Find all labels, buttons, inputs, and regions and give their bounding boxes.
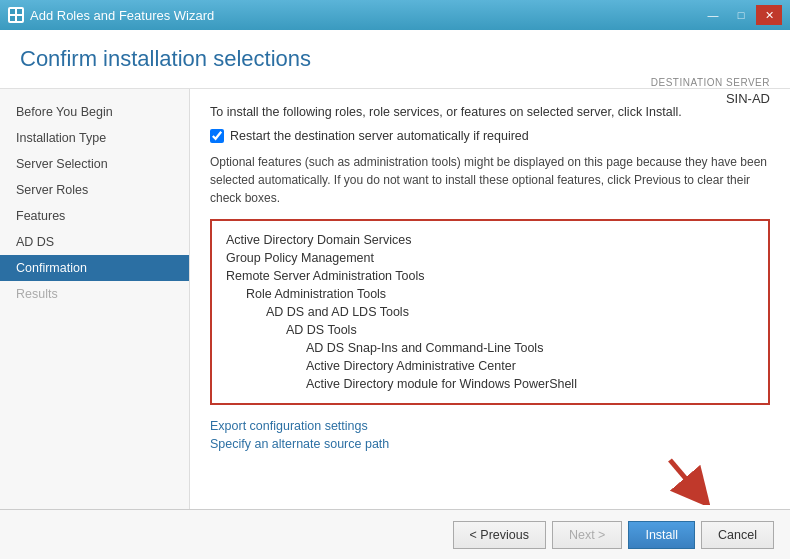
content-area: To install the following roles, role ser… — [190, 89, 790, 509]
previous-button[interactable]: < Previous — [453, 521, 546, 549]
svg-rect-1 — [17, 9, 22, 14]
feature-item: Active Directory Domain Services — [226, 231, 754, 249]
alternate-source-link[interactable]: Specify an alternate source path — [210, 437, 770, 451]
export-config-link[interactable]: Export configuration settings — [210, 419, 770, 433]
feature-item: Active Directory module for Windows Powe… — [226, 375, 754, 393]
feature-item: Remote Server Administration Tools — [226, 267, 754, 285]
install-button[interactable]: Install — [628, 521, 695, 549]
feature-item: AD DS Snap-Ins and Command-Line Tools — [226, 339, 754, 357]
feature-item: Group Policy Management — [226, 249, 754, 267]
feature-item: Active Directory Administrative Center — [226, 357, 754, 375]
window-title: Add Roles and Features Wizard — [30, 8, 214, 23]
minimize-button[interactable]: — — [700, 5, 726, 25]
sidebar-item-confirmation[interactable]: Confirmation — [0, 255, 189, 281]
cancel-button[interactable]: Cancel — [701, 521, 774, 549]
maximize-button[interactable]: □ — [728, 5, 754, 25]
window-controls: — □ ✕ — [700, 5, 782, 25]
install-arrow — [660, 455, 710, 505]
wizard-body: Before You BeginInstallation TypeServer … — [0, 89, 790, 509]
wizard-header: Confirm installation selections DESTINAT… — [0, 30, 790, 89]
sidebar-item-installation-type[interactable]: Installation Type — [0, 125, 189, 151]
svg-rect-2 — [10, 16, 15, 21]
sidebar-item-features[interactable]: Features — [0, 203, 189, 229]
wizard-footer: < Previous Next > Install Cancel — [0, 509, 790, 559]
links-section: Export configuration settings Specify an… — [210, 419, 770, 451]
title-bar: Add Roles and Features Wizard — □ ✕ — [0, 0, 790, 30]
restart-checkbox[interactable] — [210, 129, 224, 143]
feature-item: AD DS Tools — [226, 321, 754, 339]
svg-line-4 — [670, 460, 698, 493]
content-description: To install the following roles, role ser… — [210, 105, 770, 119]
sidebar-item-server-selection[interactable]: Server Selection — [0, 151, 189, 177]
sidebar-item-before-you-begin[interactable]: Before You Begin — [0, 99, 189, 125]
sidebar-item-results: Results — [0, 281, 189, 307]
feature-item: AD DS and AD LDS Tools — [226, 303, 754, 321]
svg-rect-3 — [17, 16, 22, 21]
title-bar-left: Add Roles and Features Wizard — [8, 7, 214, 23]
next-button[interactable]: Next > — [552, 521, 622, 549]
sidebar: Before You BeginInstallation TypeServer … — [0, 89, 190, 509]
dest-server-label: DESTINATION SERVER — [651, 76, 770, 90]
close-button[interactable]: ✕ — [756, 5, 782, 25]
page-title: Confirm installation selections — [20, 46, 770, 72]
restart-checkbox-row: Restart the destination server automatic… — [210, 129, 770, 143]
svg-rect-0 — [10, 9, 15, 14]
feature-item: Role Administration Tools — [226, 285, 754, 303]
sidebar-item-ad-ds[interactable]: AD DS — [0, 229, 189, 255]
app-icon — [8, 7, 24, 23]
wizard-container: Confirm installation selections DESTINAT… — [0, 30, 790, 559]
restart-checkbox-label[interactable]: Restart the destination server automatic… — [230, 129, 529, 143]
features-box: Active Directory Domain ServicesGroup Po… — [210, 219, 770, 405]
optional-note: Optional features (such as administratio… — [210, 153, 770, 207]
sidebar-item-server-roles[interactable]: Server Roles — [0, 177, 189, 203]
